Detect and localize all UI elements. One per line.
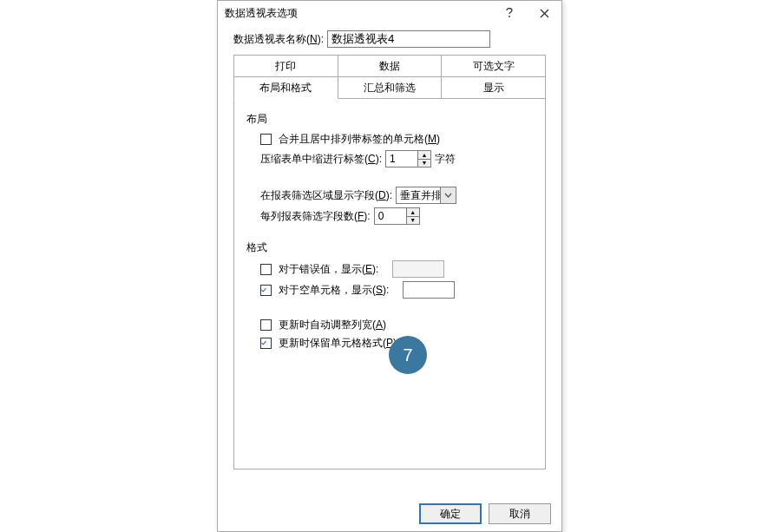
tab-data[interactable]: 数据 xyxy=(338,55,443,77)
autofit-columns-label: 更新时自动调整列宽(A) xyxy=(279,318,386,332)
chevron-down-icon[interactable] xyxy=(440,187,456,203)
tabstrip: 打印 数据 可选文字 布局和格式 汇总和筛选 显示 布局 合并且居中排列带标签的… xyxy=(233,55,546,470)
autofit-columns-checkbox[interactable] xyxy=(260,319,272,331)
tab-alt-text[interactable]: 可选文字 xyxy=(441,55,546,77)
ok-button[interactable]: 确定 xyxy=(419,503,482,524)
merge-center-checkbox[interactable] xyxy=(260,134,272,145)
spin-down-icon[interactable]: ▼ xyxy=(418,159,430,167)
compact-indent-suffix: 字符 xyxy=(435,152,456,167)
compact-indent-input[interactable] xyxy=(386,151,417,167)
show-empty-checkbox[interactable] xyxy=(260,285,272,296)
pivottable-name-label: 数据透视表名称(N): xyxy=(233,32,324,47)
fields-per-col-input[interactable] xyxy=(375,208,406,224)
fields-per-col-spinner[interactable]: ▲ ▼ xyxy=(374,207,420,225)
format-group-title: 格式 xyxy=(246,240,533,255)
error-value-box[interactable] xyxy=(392,260,444,278)
spin-up-icon[interactable]: ▲ xyxy=(418,151,430,159)
help-button[interactable] xyxy=(492,1,527,25)
tab-pane-layout-format: 布局 合并且居中排列带标签的单元格(M) 压缩表单中缩进行标签(C): xyxy=(233,98,546,470)
empty-value-box[interactable] xyxy=(403,281,455,299)
filter-area-value: 垂直并排 xyxy=(397,187,440,203)
filter-area-select[interactable]: 垂直并排 xyxy=(396,187,456,204)
show-error-checkbox[interactable] xyxy=(260,264,272,275)
filter-area-label: 在报表筛选区域显示字段(D): xyxy=(260,188,392,203)
cancel-button[interactable]: 取消 xyxy=(489,503,551,524)
show-error-label: 对于错误值，显示(E): xyxy=(279,262,378,277)
compact-indent-spinner[interactable]: ▲ ▼ xyxy=(385,150,431,167)
spin-up-icon[interactable]: ▲ xyxy=(407,208,419,216)
help-icon xyxy=(505,8,514,18)
pivottable-options-dialog: 数据透视表选项 数据透视表名称(N): 打印 数据 可选文字 xyxy=(217,0,562,532)
fields-per-col-label: 每列报表筛选字段数(F): xyxy=(260,209,371,224)
preserve-formatting-label: 更新时保留单元格格式(P) xyxy=(279,336,397,351)
svg-point-0 xyxy=(509,16,510,17)
merge-center-label: 合并且居中排列带标签的单元格(M) xyxy=(279,132,440,147)
tab-layout-format[interactable]: 布局和格式 xyxy=(233,76,338,99)
spin-down-icon[interactable]: ▼ xyxy=(407,216,419,225)
compact-indent-label: 压缩表单中缩进行标签(C): xyxy=(260,152,382,167)
close-icon xyxy=(540,9,549,18)
layout-group-title: 布局 xyxy=(246,112,533,127)
pivottable-name-input[interactable] xyxy=(327,30,490,48)
preserve-formatting-checkbox[interactable] xyxy=(260,338,272,349)
tab-totals-filters[interactable]: 汇总和筛选 xyxy=(338,76,443,99)
show-empty-label: 对于空单元格，显示(S): xyxy=(279,283,389,298)
titlebar[interactable]: 数据透视表选项 xyxy=(218,1,561,25)
dialog-footer: 确定 取消 xyxy=(419,503,551,524)
tab-print[interactable]: 打印 xyxy=(233,55,338,77)
tab-display[interactable]: 显示 xyxy=(441,76,546,99)
dialog-title: 数据透视表选项 xyxy=(225,6,492,21)
close-button[interactable] xyxy=(527,1,561,25)
